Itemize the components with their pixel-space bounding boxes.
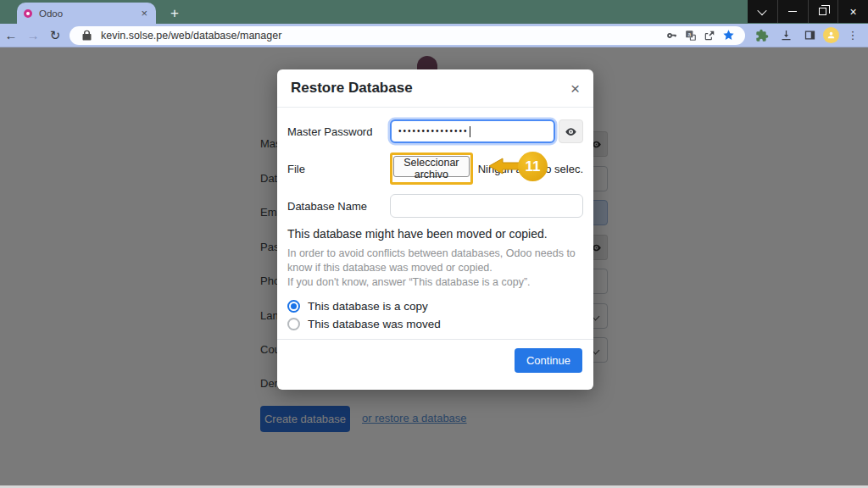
toolbar-right-cluster: ⋮ xyxy=(752,27,868,44)
continue-button[interactable]: Continue xyxy=(515,348,582,373)
radio-option-copy[interactable]: This database is a copy xyxy=(287,300,583,313)
choose-file-button[interactable]: Seleccionar archivo xyxy=(393,156,470,177)
chevron-down-icon xyxy=(758,5,767,14)
database-name-label: Database Name xyxy=(287,200,390,213)
close-window-button[interactable]: × xyxy=(837,0,868,23)
svg-text:a: a xyxy=(687,30,691,36)
browser-window: Odoo × + × ← → ↻ kevin.solse.pe/web/data… xyxy=(0,0,868,488)
forward-button[interactable]: → xyxy=(22,28,44,42)
profile-avatar[interactable] xyxy=(823,27,839,43)
modal-title: Restore Database xyxy=(291,80,413,97)
radio-group: This database is a copy This database wa… xyxy=(287,300,583,330)
sidebar-panel-icon[interactable] xyxy=(799,27,820,44)
modal-header: Restore Database × xyxy=(277,69,593,108)
restore-database-modal: Restore Database × Master Password •••••… xyxy=(277,69,593,390)
modal-body: Master Password ••••••••••••••• File Sel… xyxy=(277,108,593,330)
minimize-button[interactable] xyxy=(777,0,808,23)
tab-close-icon[interactable]: × xyxy=(139,7,149,19)
extensions-puzzle-icon[interactable] xyxy=(752,27,772,44)
radio-checked-icon[interactable] xyxy=(287,300,300,313)
password-key-icon[interactable] xyxy=(663,29,682,42)
warning-text-line1: In order to avoid conflicts between data… xyxy=(287,247,583,275)
new-tab-button[interactable]: + xyxy=(164,3,185,24)
close-icon: × xyxy=(850,6,857,18)
master-password-input[interactable]: ••••••••••••••• xyxy=(390,119,555,143)
browser-toolbar: ← → ↻ kevin.solse.pe/web/database/manage… xyxy=(0,24,868,47)
odoo-favicon-icon xyxy=(24,9,32,18)
warning-text-line2: If you don't know, answer “This database… xyxy=(287,275,583,290)
file-label: File xyxy=(287,163,390,175)
text-caret xyxy=(470,126,470,137)
radio-copy-label: This database is a copy xyxy=(308,300,428,313)
field-master-password: Master Password ••••••••••••••• xyxy=(287,119,583,143)
share-icon[interactable] xyxy=(700,29,719,42)
window-menu-button[interactable] xyxy=(748,0,777,23)
radio-option-moved[interactable]: This database was moved xyxy=(287,318,583,330)
toggle-password-visibility-button[interactable] xyxy=(559,119,583,143)
modal-footer: Continue xyxy=(277,339,593,390)
moved-or-copied-heading: This database might have been moved or c… xyxy=(287,227,583,241)
download-icon[interactable] xyxy=(776,27,796,44)
reload-button[interactable]: ↻ xyxy=(44,28,66,43)
modal-close-icon[interactable]: × xyxy=(570,80,580,97)
radio-unchecked-icon[interactable] xyxy=(287,318,300,330)
radio-moved-label: This database was moved xyxy=(308,318,441,330)
browser-menu-icon[interactable]: ⋮ xyxy=(843,27,863,44)
address-bar[interactable]: kevin.solse.pe/web/database/manager a xyxy=(70,26,745,45)
tab-strip: Odoo × + × xyxy=(0,0,868,24)
minimize-icon xyxy=(788,11,797,13)
restore-button[interactable] xyxy=(808,0,838,23)
bookmark-star-icon[interactable] xyxy=(719,29,737,42)
restore-icon xyxy=(819,8,826,15)
url-text[interactable]: kevin.solse.pe/web/database/manager xyxy=(101,30,281,42)
annotation-step-badge: 11 xyxy=(518,152,548,181)
annotation-highlight-box: Seleccionar archivo xyxy=(390,152,473,185)
database-name-input[interactable] xyxy=(390,194,583,218)
translate-icon[interactable]: a xyxy=(682,29,700,42)
master-password-label: Master Password xyxy=(287,125,390,138)
tab-odoo[interactable]: Odoo × xyxy=(17,3,156,24)
tab-title: Odoo xyxy=(39,8,139,19)
field-database-name: Database Name xyxy=(287,194,583,218)
lock-icon xyxy=(77,29,96,42)
password-dots: ••••••••••••••• xyxy=(398,127,469,136)
back-button[interactable]: ← xyxy=(0,28,22,42)
window-controls: × xyxy=(748,0,868,23)
